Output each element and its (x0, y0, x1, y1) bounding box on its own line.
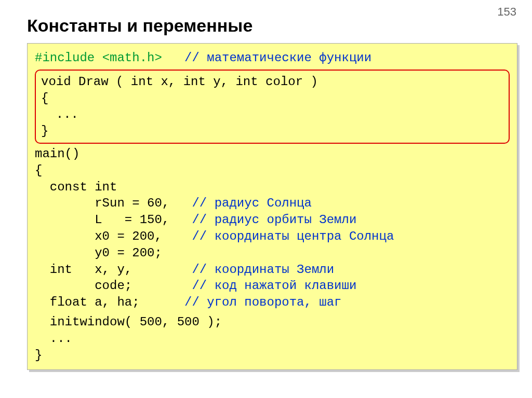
int-comment: // координаты Земли (192, 263, 334, 277)
l-comment: // радиус орбиты Земли (192, 213, 356, 227)
code-comment: // код нажатой клавиши (192, 279, 356, 293)
x0-comment: // координаты центра Солнца (192, 229, 394, 243)
main-open: { (35, 162, 510, 179)
float-code: float a, ha; (35, 295, 184, 309)
x0-line: x0 = 200, // координаты центра Солнца (35, 228, 510, 245)
include-line: #include <math.h> // математические функ… (35, 50, 510, 66)
func-body: ... (41, 106, 503, 123)
rsun-code: rSun = 60, (35, 196, 192, 210)
include-header-name: <math.h> (102, 51, 162, 65)
main-sig: main() (35, 146, 510, 162)
ellipsis-line: ... (35, 331, 510, 347)
code-var: code; (35, 279, 192, 293)
page-number: 153 (497, 5, 516, 19)
l-code: L = 150, (35, 213, 192, 227)
func-sig: void Draw ( int x, int y, int color ) (41, 74, 503, 90)
y0-line: y0 = 200; (35, 245, 510, 262)
int-line: int x, y, // координаты Земли (35, 262, 510, 278)
l-line: L = 150, // радиус орбиты Земли (35, 212, 510, 228)
include-keyword: #include (35, 51, 102, 65)
rsun-line: rSun = 60, // радиус Солнца (35, 195, 510, 212)
rsun-comment: // радиус Солнца (192, 196, 311, 210)
code-block: #include <math.h> // математические функ… (27, 43, 517, 370)
slide-title: Константы и переменные (27, 16, 532, 36)
const-decl: const int (35, 179, 510, 196)
x0-code: x0 = 200, (35, 229, 192, 243)
func-open: { (41, 90, 503, 107)
float-comment: // угол поворота, шаг (184, 295, 341, 309)
code-line: code; // код нажатой клавиши (35, 278, 510, 294)
include-comment: // математические функции (162, 51, 371, 65)
float-line: float a, ha; // угол поворота, шаг (35, 294, 510, 311)
initwindow-line: initwindow( 500, 500 ); (35, 314, 510, 331)
int-code: int x, y, (35, 263, 192, 277)
function-definition-box: void Draw ( int x, int y, int color ) { … (35, 70, 510, 144)
main-close: } (35, 347, 510, 364)
func-close: } (41, 123, 503, 140)
